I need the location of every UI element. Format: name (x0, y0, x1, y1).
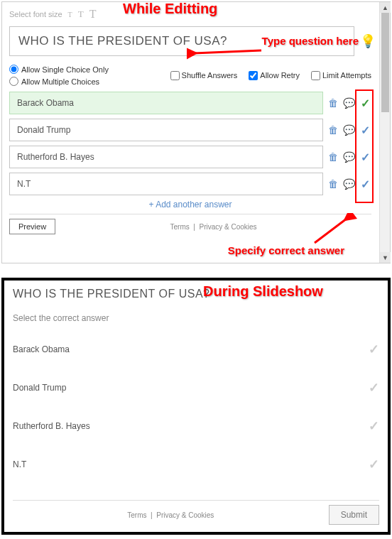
check-shuffle[interactable]: Shuffle Answers (170, 71, 238, 80)
slideshow-answer-text: Rutherford B. Hayes (13, 421, 90, 431)
scroll-down-arrow[interactable]: ▼ (380, 252, 391, 263)
check-retry-input[interactable] (249, 71, 258, 80)
comment-icon[interactable]: 💬 (343, 124, 354, 136)
answer-input-3[interactable]: N.T (9, 173, 323, 195)
correct-check-icon[interactable]: ✓ (359, 124, 371, 137)
slideshow-content: WHO IS THE PRESIDENT OF USA? Select the … (4, 281, 388, 532)
answer-input-0[interactable]: Barack Obama (9, 92, 323, 114)
plus-icon: + (148, 200, 153, 209)
check-shuffle-input[interactable] (170, 71, 180, 80)
radio-multiple-label: Allow Multiple Choices (21, 77, 99, 86)
add-answer-link[interactable]: + Add another answer (9, 200, 371, 209)
font-size-label: Select font size (9, 10, 62, 18)
slideshow-answer-text: Barack Obama (13, 344, 70, 354)
check-retry[interactable]: Allow Retry (249, 71, 300, 80)
question-input[interactable]: WHO IS THE PRESIDENT OF USA? (9, 26, 354, 56)
check-limit-label: Limit Attempts (322, 71, 371, 80)
submit-button[interactable]: Submit (329, 505, 379, 525)
check-shuffle-label: Shuffle Answers (182, 71, 238, 80)
answer-row: Rutherford B. Hayes 🗑 💬 ✓ (9, 146, 371, 168)
trash-icon[interactable]: 🗑 (327, 124, 339, 136)
slideshow-question: WHO IS THE PRESIDENT OF USA? (13, 288, 379, 300)
answers-block: Barack Obama 🗑 💬 ✓ Donald Trump 🗑 💬 ✓ Ru… (9, 92, 371, 195)
font-small-button[interactable]: T (68, 11, 72, 18)
footer-privacy[interactable]: Privacy & Cookies (199, 223, 256, 231)
correct-check-icon[interactable]: ✓ (359, 151, 371, 164)
lightbulb-icon[interactable]: 💡 (360, 33, 371, 49)
check-limit[interactable]: Limit Attempts (311, 71, 371, 80)
preview-button[interactable]: Preview (9, 219, 55, 234)
radio-single-choice[interactable]: Allow Single Choice Only (9, 65, 109, 74)
annotation-specify-correct: Specify correct answer (228, 244, 344, 257)
answer-row: N.T 🗑 💬 ✓ (9, 173, 371, 195)
slideshow-answer-text: N.T (13, 459, 26, 469)
comment-icon[interactable]: 💬 (343, 97, 354, 109)
comment-icon[interactable]: 💬 (343, 151, 354, 163)
slideshow-answer-row[interactable]: Donald Trump ✓ (13, 374, 379, 413)
footer-privacy[interactable]: Privacy & Cookies (156, 511, 214, 519)
slideshow-footer: Terms | Privacy & Cookies Submit (13, 500, 379, 525)
trash-icon[interactable]: 🗑 (327, 97, 339, 109)
footer-terms[interactable]: Terms (127, 511, 146, 519)
radio-single-label: Allow Single Choice Only (21, 65, 109, 74)
answer-check-icon[interactable]: ✓ (369, 457, 379, 472)
answer-row: Donald Trump 🗑 💬 ✓ (9, 119, 371, 141)
answer-input-1[interactable]: Donald Trump (9, 119, 323, 141)
scroll-up-arrow[interactable]: ▲ (380, 2, 391, 13)
correct-check-icon[interactable]: ✓ (359, 178, 371, 191)
slideshow-prompt: Select the correct answer (13, 313, 379, 323)
radio-multiple-input[interactable] (9, 77, 18, 86)
check-retry-label: Allow Retry (260, 71, 300, 80)
slideshow-answers: Barack Obama ✓ Donald Trump ✓ Rutherford… (13, 336, 379, 500)
slideshow-answer-row[interactable]: Barack Obama ✓ (13, 336, 379, 374)
slideshow-answer-row[interactable]: Rutherford B. Hayes ✓ (13, 413, 379, 451)
comment-icon[interactable]: 💬 (343, 178, 354, 190)
font-toolbar: Select font size T T T (9, 8, 371, 21)
font-large-button[interactable]: T (89, 8, 97, 21)
answer-check-icon[interactable]: ✓ (369, 418, 379, 434)
scroll-thumb[interactable] (381, 13, 389, 112)
radio-single-input[interactable] (9, 65, 18, 74)
editor-footer: Preview Terms | Privacy & Cookies (9, 214, 371, 234)
footer-terms[interactable]: Terms (170, 223, 190, 231)
correct-check-icon[interactable]: ✓ (359, 97, 371, 110)
answer-input-2[interactable]: Rutherford B. Hayes (9, 146, 323, 168)
check-limit-input[interactable] (311, 71, 320, 80)
vertical-scrollbar[interactable]: ▲ ▼ (379, 2, 390, 263)
trash-icon[interactable]: 🗑 (327, 178, 339, 190)
answer-check-icon[interactable]: ✓ (369, 342, 379, 357)
editor-content: Select font size T T T WHO IS THE PRESID… (2, 2, 379, 263)
add-answer-label: Add another answer (156, 200, 232, 209)
answer-check-icon[interactable]: ✓ (369, 380, 379, 396)
radio-multiple-choice[interactable]: Allow Multiple Choices (9, 77, 109, 86)
font-medium-button[interactable]: T (78, 9, 84, 20)
editing-panel: While Editting Select font size T T T WH… (1, 1, 391, 263)
slideshow-panel: During Slideshow WHO IS THE PRESIDENT OF… (1, 278, 391, 535)
slideshow-answer-text: Donald Trump (13, 383, 66, 393)
options-row: Allow Single Choice Only Allow Multiple … (9, 65, 371, 86)
answer-row: Barack Obama 🗑 💬 ✓ (9, 92, 371, 114)
trash-icon[interactable]: 🗑 (327, 151, 339, 163)
slideshow-answer-row[interactable]: N.T ✓ (13, 451, 379, 489)
